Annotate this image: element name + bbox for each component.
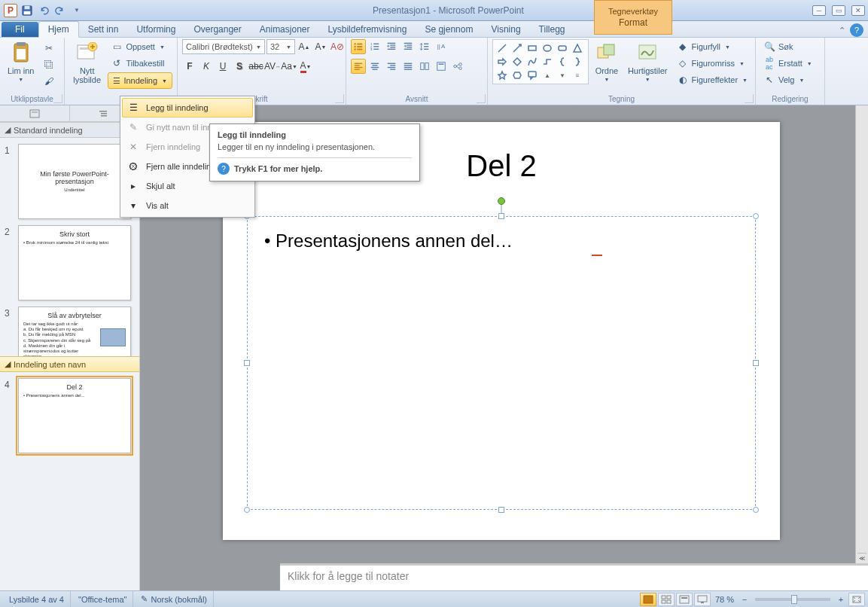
content-textbox[interactable] [247, 216, 756, 510]
shape-callout-icon[interactable] [525, 69, 540, 82]
shape-scroll-down-icon[interactable]: ▼ [555, 69, 570, 82]
columns-button[interactable] [417, 59, 432, 74]
increase-indent-button[interactable] [400, 39, 416, 54]
tab-sett-inn[interactable]: Sett inn [79, 22, 128, 37]
bullets-button[interactable] [351, 39, 366, 54]
normal-view-button[interactable] [640, 593, 656, 606]
shape-oval-icon[interactable] [540, 41, 555, 55]
status-theme[interactable]: "Office-tema" [72, 591, 133, 607]
layout-button[interactable]: ▭Oppsett▼ [108, 39, 172, 54]
italic-button[interactable]: K [199, 59, 214, 74]
notes-pane[interactable]: Klikk for å legge til notater [280, 563, 868, 590]
shape-rect-icon[interactable] [525, 41, 540, 55]
shape-scroll-up-icon[interactable]: ▲ [540, 69, 555, 82]
menu-expand-all[interactable]: ▾Vis alt [122, 196, 253, 215]
tab-visning[interactable]: Visning [482, 22, 529, 37]
numbering-button[interactable]: 123 [367, 39, 382, 54]
thumb-3[interactable]: 3 Slå av avbrytelser Det tar seg ikke go… [0, 304, 139, 356]
quick-styles-button[interactable]: Hurtigstiler▼ [625, 39, 671, 84]
zoom-slider-thumb[interactable] [791, 595, 797, 604]
shape-rarrow-icon[interactable] [495, 55, 510, 69]
resize-handle-w[interactable] [244, 360, 250, 366]
shape-effects-button[interactable]: ◐Figureffekter▼ [674, 72, 751, 87]
fit-to-window-button[interactable] [848, 593, 865, 606]
copy-button[interactable]: ⿻ [40, 57, 58, 72]
paragraph-dialog-launcher[interactable] [477, 94, 486, 103]
paste-button[interactable]: Lim inn ▼ [5, 39, 37, 84]
font-size-combo[interactable]: 32▼ [266, 39, 295, 54]
close-button[interactable]: ✕ [851, 5, 865, 16]
find-button[interactable]: 🔍Søk [760, 39, 815, 54]
bold-button[interactable]: F [182, 59, 197, 74]
resize-handle-se[interactable] [753, 507, 759, 513]
grow-font-button[interactable]: A▲ [297, 39, 312, 54]
tab-hjem[interactable]: Hjem [38, 21, 79, 38]
section-header-standard[interactable]: ◢Standard inndeling [0, 122, 139, 138]
help-icon[interactable]: ? [850, 23, 863, 37]
shape-more-icon[interactable]: ≡ [570, 69, 585, 82]
shape-hexagon-icon[interactable] [510, 69, 525, 82]
shape-curve-icon[interactable] [525, 55, 540, 69]
thumb-2[interactable]: 2 Skriv stort • Bruk minimum størrelse 2… [0, 222, 139, 304]
resize-handle-e[interactable] [753, 360, 759, 366]
shrink-font-button[interactable]: A▼ [313, 39, 328, 54]
section-header-unnamed[interactable]: ◢Inndeling uten navn [0, 356, 139, 372]
minimize-ribbon-icon[interactable]: ⌃ [839, 26, 845, 35]
text-direction-button[interactable]: ||A [434, 39, 449, 54]
font-color-button[interactable]: A▼ [298, 59, 313, 74]
tab-utforming[interactable]: Utforming [127, 22, 184, 37]
decrease-indent-button[interactable] [384, 39, 399, 54]
clipboard-dialog-launcher[interactable] [53, 94, 62, 103]
resize-handle-n[interactable] [498, 213, 504, 219]
new-slide-button[interactable]: Nytt lysbilde [69, 39, 105, 86]
redo-icon[interactable] [53, 3, 68, 18]
format-painter-button[interactable]: 🖌 [40, 74, 58, 89]
section-button[interactable]: ☰Inndeling▼ [108, 72, 172, 89]
arrange-button[interactable]: Ordne▼ [592, 39, 622, 84]
change-case-button[interactable]: Aa▼ [282, 59, 297, 74]
save-icon[interactable] [20, 3, 35, 18]
clear-format-button[interactable]: A⊘ [330, 39, 345, 54]
slideshow-view-button[interactable] [694, 593, 711, 606]
justify-button[interactable] [400, 59, 416, 74]
tab-lysbildefremvisning[interactable]: Lysbildefremvisning [318, 22, 416, 37]
align-text-button[interactable] [434, 59, 449, 74]
resize-handle-s[interactable] [498, 507, 504, 513]
select-button[interactable]: ↖Velg▼ [760, 72, 815, 87]
slide-canvas[interactable]: Del 2 • Presentasjonens annen del… [223, 122, 780, 540]
zoom-in-button[interactable]: + [835, 595, 847, 604]
thumb-1[interactable]: 1 Min første PowerPoint-presentasjon Und… [0, 141, 139, 222]
align-left-button[interactable] [351, 59, 366, 74]
shape-diamond-icon[interactable] [510, 55, 525, 69]
reading-view-button[interactable] [676, 593, 693, 606]
contextual-tab-drawing-tools[interactable]: Tegneverktøy Format [594, 0, 672, 35]
qat-customize-icon[interactable]: ▼ [69, 3, 84, 18]
rotation-handle[interactable] [498, 197, 505, 205]
font-name-combo[interactable]: Calibri (Brødtekst)▼ [182, 39, 265, 54]
shadow-button[interactable]: S [232, 59, 247, 74]
resize-handle-ne[interactable] [753, 213, 759, 219]
tab-tillegg[interactable]: Tillegg [530, 22, 574, 37]
shape-line-icon[interactable] [495, 41, 510, 55]
resize-handle-sw[interactable] [244, 507, 250, 513]
zoom-out-button[interactable]: − [739, 595, 751, 604]
replace-button[interactable]: abacErstatt▼ [760, 56, 815, 71]
status-slide-number[interactable]: Lysbilde 4 av 4 [3, 591, 71, 607]
shape-lbrace-icon[interactable] [555, 55, 570, 69]
drawing-dialog-launcher[interactable] [745, 94, 754, 103]
shape-outline-button[interactable]: ◇Figuromriss▼ [674, 56, 751, 71]
shape-fill-button[interactable]: ◆Figurfyll▼ [674, 39, 751, 54]
align-center-button[interactable] [367, 59, 382, 74]
maximize-button[interactable]: ▭ [832, 5, 845, 16]
sorter-view-button[interactable] [658, 593, 675, 606]
status-language[interactable]: ✎Norsk (bokmål) [135, 591, 214, 607]
vertical-scrollbar[interactable]: ≪ ▲ ≫ [855, 105, 868, 590]
tab-file[interactable]: Fil [2, 22, 38, 37]
shape-roundrect-icon[interactable] [555, 41, 570, 55]
tab-overganger[interactable]: Overganger [184, 22, 250, 37]
app-icon[interactable]: P [3, 3, 18, 18]
shape-star-icon[interactable] [495, 69, 510, 82]
undo-icon[interactable] [36, 3, 51, 18]
menu-add-section[interactable]: ☰Legg til inndeling [122, 98, 253, 117]
align-right-button[interactable] [384, 59, 399, 74]
